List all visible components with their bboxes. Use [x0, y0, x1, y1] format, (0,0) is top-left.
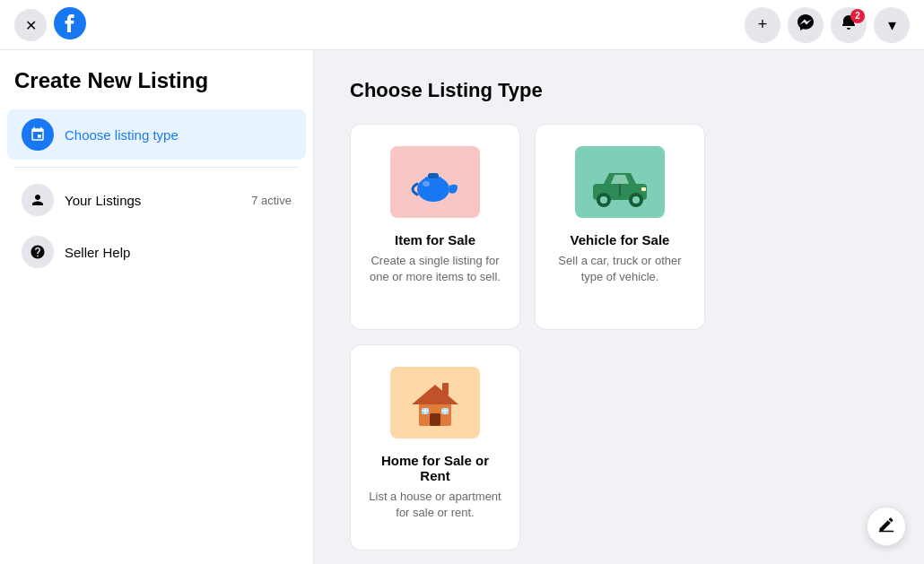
card-vehicle-for-sale[interactable]: Vehicle for Sale Sell a car, truck or ot…: [535, 124, 705, 330]
sidebar-header: Create New Listing: [0, 50, 313, 104]
sidebar-item-label-your-listings: Your Listings: [65, 193, 240, 208]
sidebar-item-your-listings[interactable]: Your Listings 7 active: [7, 175, 306, 225]
sidebar-item-seller-help[interactable]: Seller Help: [7, 227, 306, 277]
facebook-logo: [54, 7, 86, 43]
content-title: Choose Listing Type: [350, 79, 888, 102]
svg-point-11: [632, 196, 640, 204]
home-for-sale-illustration: [390, 367, 480, 438]
card-item-for-sale-desc: Create a single listing for one or more …: [365, 253, 505, 285]
card-vehicle-for-sale-title: Vehicle for Sale: [571, 232, 670, 247]
vehicle-for-sale-illustration: [575, 146, 665, 218]
messenger-icon: [797, 13, 815, 36]
svg-point-5: [423, 181, 430, 187]
content-area: Choose Listing Type: [314, 50, 924, 564]
sidebar-item-icon-seller-help: [22, 236, 54, 268]
svg-rect-19: [442, 383, 449, 395]
account-menu-button[interactable]: ▾: [874, 7, 910, 43]
sidebar-item-label-choose-listing-type: Choose listing type: [65, 127, 292, 143]
card-item-for-sale[interactable]: Item for Sale Create a single listing fo…: [350, 124, 520, 330]
sidebar-title: Create New Listing: [14, 68, 299, 93]
sidebar: Create New Listing Choose listing type: [0, 50, 314, 564]
notification-badge: 2: [850, 9, 865, 23]
close-icon: ✕: [25, 17, 37, 34]
notifications-button[interactable]: 2: [831, 7, 867, 43]
sidebar-item-icon-choose-listing-type: [22, 118, 54, 151]
fab-button[interactable]: [867, 507, 906, 546]
add-icon: +: [758, 15, 768, 34]
item-for-sale-illustration: [390, 146, 480, 218]
close-button[interactable]: ✕: [14, 9, 47, 41]
card-item-for-sale-title: Item for Sale: [395, 232, 475, 247]
svg-rect-24: [879, 530, 894, 532]
cards-grid: Item for Sale Create a single listing fo…: [350, 124, 888, 551]
chevron-down-icon: ▾: [888, 15, 896, 35]
card-home-for-sale-title: Home for Sale or Rent: [365, 453, 505, 483]
svg-rect-16: [430, 413, 440, 426]
sidebar-item-choose-listing-type[interactable]: Choose listing type: [7, 109, 306, 160]
add-button[interactable]: +: [745, 7, 780, 43]
sidebar-divider: [14, 167, 299, 168]
svg-rect-4: [428, 173, 439, 178]
sidebar-item-badge-your-listings: 7 active: [251, 194, 292, 207]
svg-point-9: [600, 196, 607, 204]
edit-icon: [877, 516, 895, 538]
sidebar-item-icon-your-listings: [22, 184, 54, 216]
card-home-for-sale-desc: List a house or apartment for sale or re…: [365, 489, 505, 521]
navbar-icons: + 2 ▾: [745, 7, 910, 43]
svg-rect-13: [641, 187, 646, 191]
sidebar-item-label-seller-help: Seller Help: [65, 245, 292, 260]
sidebar-nav: Choose listing type Your Listings 7 acti…: [0, 104, 313, 282]
messenger-button[interactable]: [788, 7, 824, 43]
card-home-for-sale[interactable]: Home for Sale or Rent List a house or ap…: [350, 344, 520, 551]
card-vehicle-for-sale-desc: Sell a car, truck or other type of vehic…: [550, 253, 690, 285]
